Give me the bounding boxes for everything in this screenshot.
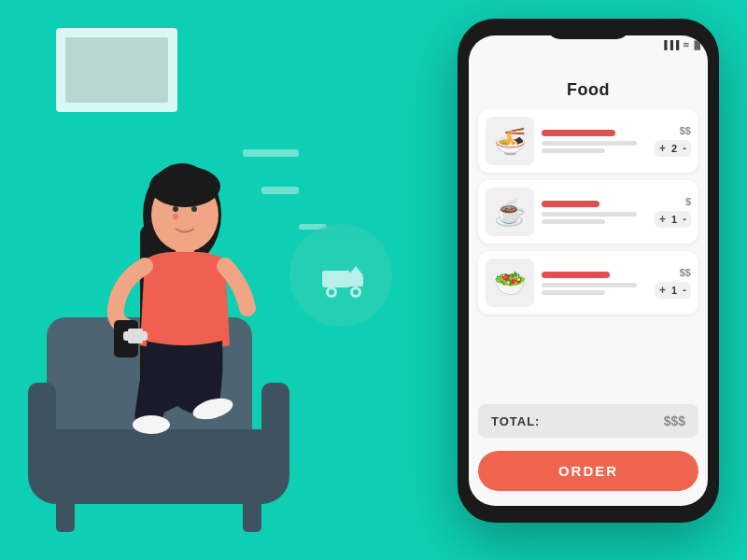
food-price-qty-2: $ + 1 - [655, 196, 691, 228]
order-button[interactable]: ORDER [478, 451, 698, 491]
food-info-1 [542, 130, 647, 153]
total-value: $$$ [664, 413, 685, 428]
phone-header: Food [469, 54, 708, 109]
qty-val-2: 1 [668, 214, 681, 225]
food-info-2 [542, 201, 647, 224]
qty-val-1: 2 [668, 143, 681, 154]
phone-notch [546, 19, 630, 39]
scene [0, 75, 392, 560]
food-qty-control-2[interactable]: + 1 - [655, 211, 691, 228]
signal-icon: ▐▐▐ [661, 40, 679, 49]
qty-plus-3[interactable]: + [659, 284, 666, 297]
qty-val-3: 1 [668, 285, 681, 296]
qty-plus-1[interactable]: + [659, 142, 666, 155]
battery-icon: ▓ [694, 40, 700, 49]
food-item-2: ☕ $ + 1 - [478, 180, 698, 244]
food-desc-bar-1a [542, 141, 637, 146]
chair-leg-right [243, 499, 261, 532]
total-label: TOTAL: [491, 414, 540, 428]
qty-plus-2[interactable]: + [659, 213, 666, 226]
food-price-qty-3: $$ + 1 - [655, 267, 691, 299]
food-desc-bar-2a [542, 212, 637, 217]
food-list: 🍜 $$ + 2 - ☕ [469, 109, 708, 399]
food-name-bar-3 [542, 272, 610, 278]
food-name-bar-1 [542, 130, 615, 136]
person-illustration [47, 140, 308, 476]
food-desc-bar-2b [542, 219, 605, 224]
food-item-1: 🍜 $$ + 2 - [478, 109, 698, 173]
qty-minus-2[interactable]: - [683, 213, 686, 226]
food-qty-control-3[interactable]: + 1 - [655, 282, 691, 299]
svg-point-10 [149, 166, 220, 207]
svg-point-13 [191, 206, 197, 212]
food-desc-bar-3a [542, 283, 637, 287]
food-price-3: $$ [680, 267, 691, 278]
total-bar: TOTAL: $$$ [478, 404, 698, 438]
food-icon-noodles: 🍜 [486, 117, 534, 165]
svg-point-11 [173, 214, 178, 220]
food-desc-bar-1b [542, 148, 605, 153]
food-info-3 [542, 272, 647, 295]
chair-leg-left [56, 499, 75, 532]
food-name-bar-2 [542, 201, 599, 207]
phone-screen: ▐▐▐ ≋ ▓ Food 🍜 $$ + 2 - [469, 35, 708, 506]
food-qty-control-1[interactable]: + 2 - [655, 140, 691, 157]
food-item-3: 🥗 $$ + 1 - [478, 251, 698, 315]
food-price-qty-1: $$ + 2 - [655, 125, 691, 157]
qty-minus-1[interactable]: - [683, 142, 686, 155]
food-icon-salad: 🥗 [486, 259, 534, 307]
qty-minus-3[interactable]: - [683, 284, 686, 297]
svg-point-12 [173, 206, 178, 212]
svg-point-16 [133, 415, 170, 434]
food-desc-bar-3b [542, 290, 605, 295]
svg-rect-19 [128, 329, 143, 343]
food-icon-coffee: ☕ [486, 188, 534, 236]
food-price-1: $$ [680, 125, 691, 136]
phone-mockup: ▐▐▐ ≋ ▓ Food 🍜 $$ + 2 - [458, 19, 719, 523]
food-price-2: $ [685, 196, 691, 207]
wifi-icon: ≋ [683, 40, 690, 49]
